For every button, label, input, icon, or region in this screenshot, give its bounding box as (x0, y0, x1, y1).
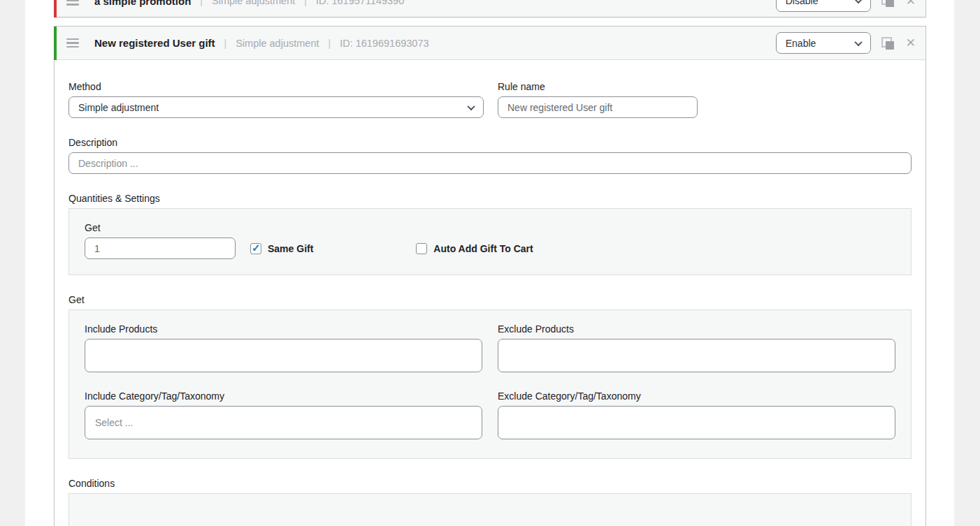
quantities-settings-heading: Quantities & Settings (69, 193, 911, 204)
rule-id: ID: 1619691693073 (340, 38, 428, 49)
get-section-heading: Get (69, 294, 911, 305)
description-input[interactable] (69, 152, 911, 174)
rule-card-header-disabled: a simple promotion | Simple adjustment |… (54, 0, 926, 17)
include-taxonomy-input[interactable]: Select ... (85, 406, 482, 439)
rule-title: New registered User gift (94, 37, 215, 49)
description-label: Description (69, 137, 911, 148)
same-gift-label: Same Gift (268, 243, 313, 254)
same-gift-checkbox-group[interactable]: Same Gift (250, 243, 313, 254)
conditions-heading: Conditions (69, 478, 911, 489)
exclude-products-label: Exclude Products (498, 323, 895, 335)
rule-name-input[interactable] (498, 96, 698, 118)
rule-id: ID: 1619571149390 (316, 0, 404, 6)
chevron-down-icon (467, 102, 475, 110)
duplicate-icon[interactable] (881, 0, 894, 7)
method-label: Method (69, 81, 484, 92)
get-quantity-input[interactable] (85, 238, 236, 259)
content-wrap: a simple promotion | Simple adjustment |… (25, 0, 954, 526)
auto-add-gift-checkbox-group[interactable]: Auto Add Gift To Cart (416, 243, 533, 254)
chevron-down-icon (854, 38, 862, 45)
rule-method: Simple adjustment (236, 38, 319, 49)
get-quantity-label: Get (85, 222, 895, 233)
description-field: Description (69, 137, 911, 174)
method-field: Method Simple adjustment (69, 81, 484, 118)
include-products-input[interactable] (85, 339, 482, 372)
rule-title: a simple promotion (94, 0, 191, 7)
include-taxonomy-placeholder: Select ... (95, 417, 133, 428)
exclude-taxonomy-field: Exclude Category/Tag/Taxonomy (498, 390, 895, 439)
auto-add-gift-checkbox[interactable] (416, 243, 427, 254)
drag-handle-icon[interactable] (65, 0, 80, 8)
rule-status-select[interactable]: Disable (776, 0, 871, 12)
include-products-field: Include Products (85, 323, 482, 372)
get-section-box: Include Products Exclude Products Includ… (69, 309, 911, 459)
separator: | (304, 0, 307, 6)
rule-status-value: Disable (786, 0, 819, 6)
close-icon[interactable]: ✕ (906, 0, 916, 7)
quantity-row: Same Gift Auto Add Gift To Cart (85, 238, 895, 259)
rule-method: Simple adjustment (212, 0, 295, 6)
exclude-taxonomy-input[interactable] (498, 406, 895, 439)
include-products-label: Include Products (85, 323, 482, 335)
separator: | (328, 38, 331, 49)
same-gift-checkbox[interactable] (250, 243, 261, 254)
include-taxonomy-field: Include Category/Tag/Taxonomy Select ... (85, 390, 482, 439)
rule-card-header-enabled: New registered User gift | Simple adjust… (55, 27, 925, 60)
quantities-settings-box: Get Same Gift Auto Add Gift To Cart (69, 208, 911, 275)
rule-status-select[interactable]: Enable (776, 32, 871, 54)
rule-name-field: Rule name (498, 81, 698, 118)
rule-status-value: Enable (786, 38, 816, 49)
duplicate-icon[interactable] (881, 37, 894, 50)
chevron-down-icon (854, 0, 862, 3)
exclude-products-input[interactable] (498, 339, 895, 372)
conditions-box (69, 493, 911, 526)
method-select[interactable]: Simple adjustment (69, 96, 484, 118)
separator: | (224, 38, 227, 49)
rule-form: Method Simple adjustment Rule name Descr… (55, 60, 925, 526)
separator: | (200, 0, 203, 6)
method-select-value: Simple adjustment (78, 102, 159, 113)
method-rulename-row: Method Simple adjustment Rule name (69, 81, 911, 118)
close-icon[interactable]: ✕ (906, 37, 916, 49)
exclude-taxonomy-label: Exclude Category/Tag/Taxonomy (498, 390, 895, 402)
auto-add-gift-label: Auto Add Gift To Cart (433, 243, 533, 254)
drag-handle-icon[interactable] (65, 36, 80, 51)
rule-name-label: Rule name (498, 81, 698, 92)
include-taxonomy-label: Include Category/Tag/Taxonomy (85, 390, 482, 402)
rule-card-enabled: New registered User gift | Simple adjust… (54, 26, 926, 526)
exclude-products-field: Exclude Products (498, 323, 895, 372)
